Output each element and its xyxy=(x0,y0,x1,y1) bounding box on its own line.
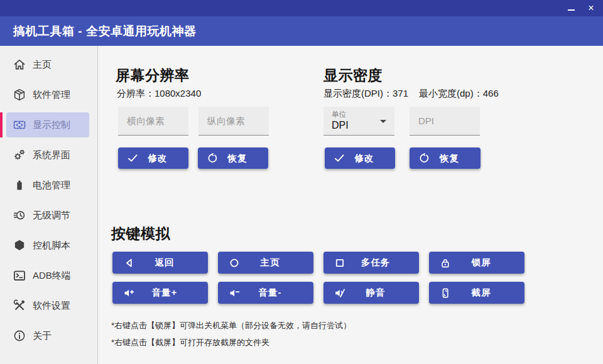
window-chrome-bar: × xyxy=(0,0,603,16)
lock-screen-button[interactable]: 锁屏 xyxy=(429,252,524,274)
density-heading: 显示密度 xyxy=(323,66,383,85)
resolution-restore-button[interactable]: 恢复 xyxy=(198,147,268,169)
app-title: 搞机工具箱 - 全安卓通用玩机神器 xyxy=(13,23,196,40)
button-label: 音量+ xyxy=(143,287,177,299)
screenshot-icon xyxy=(439,287,452,299)
sidebar-item-label: 软件设置 xyxy=(33,300,70,312)
chevron-down-icon xyxy=(380,120,386,123)
check-icon xyxy=(126,152,139,165)
tools-icon xyxy=(12,298,27,313)
density-restore-button[interactable]: 恢复 xyxy=(410,147,481,169)
button-label: 修改 xyxy=(139,153,168,164)
sidebar-item-label: 关于 xyxy=(33,330,52,342)
lock-screen-note: *右键点击【锁屏】可弹出关机菜单（部分设备无效，请自行尝试） xyxy=(111,320,351,331)
battery-icon xyxy=(12,178,27,193)
density-minwidth-value: 466 xyxy=(483,88,499,99)
history-icon xyxy=(12,208,27,223)
resolution-info-value: 1080x2340 xyxy=(155,88,201,99)
volume-down-button[interactable]: 音量- xyxy=(218,282,313,304)
sidebar-item-settings[interactable]: 软件设置 xyxy=(0,291,97,321)
button-label: 修改 xyxy=(346,153,374,164)
button-label: 音量- xyxy=(250,287,282,299)
sidebar-item-system-ui[interactable]: 系统界面 xyxy=(0,140,97,170)
recents-key-icon xyxy=(334,257,346,269)
volume-up-icon xyxy=(122,287,135,299)
sidebar-item-label: 主页 xyxy=(33,59,52,71)
lock-icon xyxy=(439,257,452,269)
sidebar-item-stepless[interactable]: 无级调节 xyxy=(0,200,97,230)
button-label: 截屏 xyxy=(463,287,491,299)
button-label: 多任务 xyxy=(352,257,391,269)
check-icon xyxy=(333,152,346,165)
resolution-info-label: 分辨率： xyxy=(117,88,155,99)
sidebar-item-label: 控机脚本 xyxy=(33,240,70,252)
home-icon xyxy=(12,57,27,72)
display-icon xyxy=(12,117,27,132)
restore-icon xyxy=(418,152,430,164)
volume-down-icon xyxy=(228,287,241,299)
mute-icon xyxy=(334,287,346,299)
sidebar: 主页 软件管理 显示控制 系统界面 xyxy=(0,46,98,364)
keysim-heading: 按键模拟 xyxy=(111,224,170,244)
density-modify-button[interactable]: 修改 xyxy=(325,147,395,169)
sidebar-item-adb-terminal[interactable]: ADB终端 xyxy=(0,260,97,291)
resolution-info: 分辨率：1080x2340 xyxy=(117,88,201,100)
sidebar-item-battery[interactable]: 电池管理 xyxy=(0,170,97,200)
button-label: 恢复 xyxy=(431,153,459,164)
info-icon xyxy=(12,328,27,343)
unit-select[interactable]: 单位 DPI xyxy=(323,107,394,136)
close-icon: × xyxy=(588,3,594,13)
home-key-button[interactable]: 主页 xyxy=(218,252,313,274)
restore-icon xyxy=(206,152,219,164)
sidebar-item-home[interactable]: 主页 xyxy=(0,50,97,80)
minimize-button[interactable] xyxy=(562,0,580,16)
sidebar-item-label: ADB终端 xyxy=(33,270,71,282)
sidebar-item-about[interactable]: 关于 xyxy=(0,321,97,351)
button-label: 返回 xyxy=(146,257,175,269)
resolution-modify-button[interactable]: 修改 xyxy=(118,147,188,169)
minimize-icon xyxy=(568,9,575,11)
width-pixels-input[interactable] xyxy=(118,107,188,136)
density-dpi-value: 371 xyxy=(393,88,408,99)
button-label: 静音 xyxy=(357,287,386,299)
sidebar-item-script[interactable]: 控机脚本 xyxy=(0,230,97,260)
sidebar-item-label: 电池管理 xyxy=(33,179,70,191)
sidebar-item-label: 显示控制 xyxy=(33,119,70,131)
screenshot-note: *右键点击【截屏】可打开存放截屏的文件夹 xyxy=(111,337,269,348)
hexagon-icon xyxy=(12,238,27,253)
terminal-icon xyxy=(12,268,27,283)
back-key-button[interactable]: 返回 xyxy=(112,252,208,274)
app-title-bar: 搞机工具箱 - 全安卓通用玩机神器 xyxy=(0,16,603,46)
main-content: 屏幕分辨率 分辨率：1080x2340 修改 恢复 显示密度 显示密度(DPI)… xyxy=(99,46,603,364)
sidebar-item-label: 系统界面 xyxy=(33,149,70,161)
recents-key-button[interactable]: 多任务 xyxy=(323,252,419,274)
density-minwidth-label: 最小宽度(dp)： xyxy=(419,88,483,99)
close-button[interactable]: × xyxy=(582,0,600,16)
sidebar-item-software[interactable]: 软件管理 xyxy=(0,80,97,110)
mute-button[interactable]: 静音 xyxy=(323,282,419,304)
gears-icon xyxy=(12,147,27,163)
resolution-heading: 屏幕分辨率 xyxy=(116,66,190,85)
home-key-icon xyxy=(228,257,241,269)
sidebar-item-label: 软件管理 xyxy=(33,89,70,101)
height-pixels-input[interactable] xyxy=(198,107,269,136)
back-key-icon xyxy=(122,257,135,269)
density-info: 显示密度(DPI)：371最小宽度(dp)：466 xyxy=(323,88,499,100)
package-icon xyxy=(12,87,27,102)
sidebar-item-label: 无级调节 xyxy=(33,210,70,222)
button-label: 恢复 xyxy=(219,153,247,164)
button-label: 锁屏 xyxy=(463,257,491,269)
sidebar-item-display[interactable]: 显示控制 xyxy=(6,112,89,137)
dpi-input[interactable] xyxy=(410,107,480,136)
screenshot-button[interactable]: 截屏 xyxy=(429,282,524,304)
unit-select-label: 单位 xyxy=(332,110,394,119)
volume-up-button[interactable]: 音量+ xyxy=(112,282,208,304)
button-label: 主页 xyxy=(252,257,280,269)
density-dpi-label: 显示密度(DPI)： xyxy=(323,88,393,99)
